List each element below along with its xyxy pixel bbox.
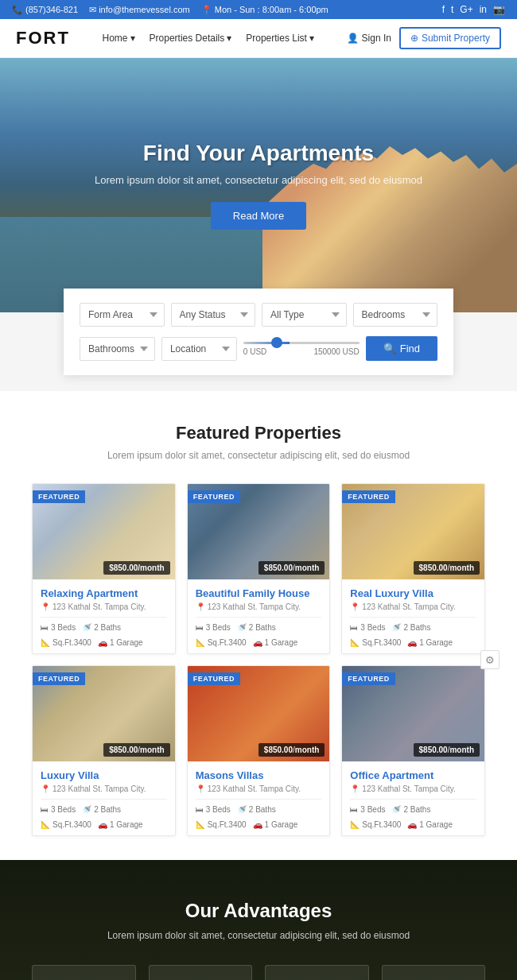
- top-bar-right: f t G+ in 📷: [442, 4, 505, 15]
- property-card-5: FEATURED $850.00/month Masons Villas 📍 1…: [187, 665, 331, 836]
- featured-badge-2: FEATURED: [188, 490, 240, 503]
- featured-badge-6: FEATURED: [342, 672, 395, 685]
- property-divider-6: [350, 799, 476, 800]
- property-card-4: FEATURED $850.00/month Luxury Villa 📍 12…: [32, 665, 176, 836]
- advantages-section: Our Advantages Lorem ipsum dolor sit ame…: [0, 860, 517, 980]
- hero-content: Find Your Apartments Lorem ipsum dolor s…: [95, 141, 422, 230]
- property-image-5: FEATURED $850.00/month: [188, 666, 330, 761]
- featured-badge-3: FEATURED: [342, 490, 395, 503]
- property-meta-2: 🛏 3 Beds 🚿 2 Baths 📐 Sq.Ft.3400 🚗 1 Gara…: [196, 623, 322, 647]
- property-location-5: 📍 123 Kathal St. Tampa City.: [196, 784, 322, 793]
- price-range-slider[interactable]: [243, 342, 360, 344]
- sqft-info: 📐 Sq.Ft.3400: [196, 638, 247, 647]
- featured-subtitle: Lorem ipsum dolor sit amet, consectetur …: [32, 450, 485, 461]
- baths-info: 🚿 2 Baths: [82, 623, 121, 632]
- beds-info: 🛏 3 Beds: [350, 805, 385, 814]
- property-card-1: FEATURED $850.00/month Relaxing Apartmen…: [32, 483, 176, 654]
- find-button[interactable]: 🔍 Find: [366, 336, 437, 361]
- search-row-2: Bathrooms Location 0 USD 150000 USD 🔍 Fi…: [80, 336, 437, 361]
- property-info-3: Real Luxury Villa 📍 123 Kathal St. Tampa…: [342, 579, 484, 653]
- advantage-card-2: View Apartments Lorem ipsum dolor sit am…: [149, 965, 253, 980]
- chevron-down-icon: ▾: [130, 33, 135, 44]
- property-title-2[interactable]: Beautiful Family House: [196, 587, 322, 599]
- property-title-4[interactable]: Luxury Villa: [41, 769, 167, 781]
- baths-info: 🚿 2 Baths: [237, 623, 276, 632]
- submit-property-button[interactable]: ⊕ Submit Property: [399, 27, 501, 49]
- type-select[interactable]: All Type: [262, 303, 347, 327]
- nav-properties-list[interactable]: Properties List ▾: [246, 33, 314, 44]
- bedrooms-select[interactable]: Bedrooms: [353, 303, 438, 327]
- property-location-1: 📍 123 Kathal St. Tampa City.: [41, 602, 167, 611]
- property-meta-1: 🛏 3 Beds 🚿 2 Baths 📐 Sq.Ft.3400 🚗 1 Gara…: [41, 623, 167, 647]
- property-image-1: FEATURED $850.00/month: [33, 484, 175, 579]
- sign-in-button[interactable]: 👤 Sign In: [347, 33, 391, 44]
- baths-info: 🚿 2 Baths: [391, 805, 430, 814]
- baths-info: 🚿 2 Baths: [82, 805, 121, 814]
- property-title-3[interactable]: Real Luxury Villa: [350, 587, 476, 599]
- range-max-label: 150000 USD: [313, 347, 359, 356]
- property-title-5[interactable]: Masons Villas: [196, 769, 322, 781]
- bathrooms-select[interactable]: Bathrooms: [80, 337, 155, 361]
- top-bar-left: 📞 (857)346-821 ✉ info@themevessel.com 📍 …: [12, 5, 328, 15]
- property-info-5: Masons Villas 📍 123 Kathal St. Tampa Cit…: [188, 761, 330, 835]
- chevron-down-icon: ▾: [309, 33, 314, 44]
- hero-cta-button[interactable]: Read More: [211, 202, 306, 230]
- nav-properties-details[interactable]: Properties Details ▾: [150, 33, 232, 44]
- location-pin-icon: 📍: [350, 784, 360, 793]
- hero-title: Find Your Apartments: [95, 141, 422, 166]
- sqft-info: 📐 Sq.Ft.3400: [350, 820, 401, 829]
- garage-info: 🚗 1 Garage: [253, 638, 298, 647]
- property-divider-2: [196, 617, 322, 618]
- googleplus-icon[interactable]: G+: [460, 4, 472, 15]
- property-title-1[interactable]: Relaxing Apartment: [41, 587, 167, 599]
- garage-info: 🚗 1 Garage: [98, 820, 143, 829]
- garage-info: 🚗 1 Garage: [98, 638, 143, 647]
- property-divider-5: [196, 799, 322, 800]
- property-info-4: Luxury Villa 📍 123 Kathal St. Tampa City…: [33, 761, 175, 835]
- plus-circle-icon: ⊕: [410, 33, 418, 44]
- property-info-6: Office Apartment 📍 123 Kathal St. Tampa …: [342, 761, 484, 835]
- search-row-1: Form Area Any Status All Type Bedrooms: [80, 303, 437, 327]
- settings-icon[interactable]: ⚙: [480, 650, 500, 669]
- user-icon: 👤: [347, 33, 359, 44]
- header: FORT Home ▾ Properties Details ▾ Propert…: [0, 19, 517, 58]
- beds-info: 🛏 3 Beds: [41, 805, 76, 814]
- nav-home[interactable]: Home ▾: [103, 33, 135, 44]
- logo: FORT: [16, 28, 70, 48]
- search-icon: 🔍: [383, 343, 396, 354]
- hours-info: 📍 Mon - Sun : 8:00am - 6:00pm: [201, 5, 328, 15]
- beds-info: 🛏 3 Beds: [196, 805, 231, 814]
- instagram-icon[interactable]: 📷: [493, 4, 505, 15]
- hero-subtitle: Lorem ipsum dolor sit amet, consectetur …: [95, 174, 422, 186]
- email-info: ✉ info@themevessel.com: [89, 5, 190, 15]
- garage-info: 🚗 1 Garage: [407, 820, 453, 829]
- beds-info: 🛏 3 Beds: [350, 623, 385, 632]
- location-pin-icon: 📍: [196, 784, 205, 793]
- linkedin-icon[interactable]: in: [480, 4, 487, 15]
- property-image-4: FEATURED $850.00/month: [33, 666, 175, 761]
- sqft-info: 📐 Sq.Ft.3400: [196, 820, 247, 829]
- price-tag-3: $850.00/month: [414, 561, 480, 575]
- advantage-card-1: Various Locations Lorem ipsum dolor sit …: [32, 965, 136, 980]
- location-select[interactable]: Location: [161, 337, 237, 361]
- twitter-icon[interactable]: t: [451, 4, 453, 15]
- main-nav: Home ▾ Properties Details ▾ Properties L…: [103, 33, 314, 44]
- property-title-6[interactable]: Office Apartment: [350, 769, 476, 781]
- facebook-icon[interactable]: f: [442, 4, 445, 15]
- property-card-3: FEATURED $850.00/month Real Luxury Villa…: [341, 483, 485, 654]
- property-card-2: FEATURED $850.00/month Beautiful Family …: [187, 483, 331, 654]
- garage-info: 🚗 1 Garage: [407, 638, 453, 647]
- property-divider-4: [41, 799, 167, 800]
- featured-badge-5: FEATURED: [188, 672, 240, 685]
- advantages-title: Our Advantages: [32, 900, 485, 922]
- featured-badge-1: FEATURED: [33, 490, 85, 503]
- property-divider-3: [350, 617, 476, 618]
- property-meta-4: 🛏 3 Beds 🚿 2 Baths 📐 Sq.Ft.3400 🚗 1 Gara…: [41, 805, 167, 829]
- chevron-down-icon: ▾: [227, 33, 231, 44]
- status-select[interactable]: Any Status: [171, 303, 256, 327]
- property-meta-3: 🛏 3 Beds 🚿 2 Baths 📐 Sq.Ft.3400 🚗 1 Gara…: [350, 623, 476, 647]
- beds-info: 🛏 3 Beds: [196, 623, 231, 632]
- form-area-select[interactable]: Form Area: [80, 303, 165, 327]
- featured-section: Featured Properties Lorem ipsum dolor si…: [0, 391, 517, 860]
- property-image-6: FEATURED $850.00/month: [342, 666, 484, 761]
